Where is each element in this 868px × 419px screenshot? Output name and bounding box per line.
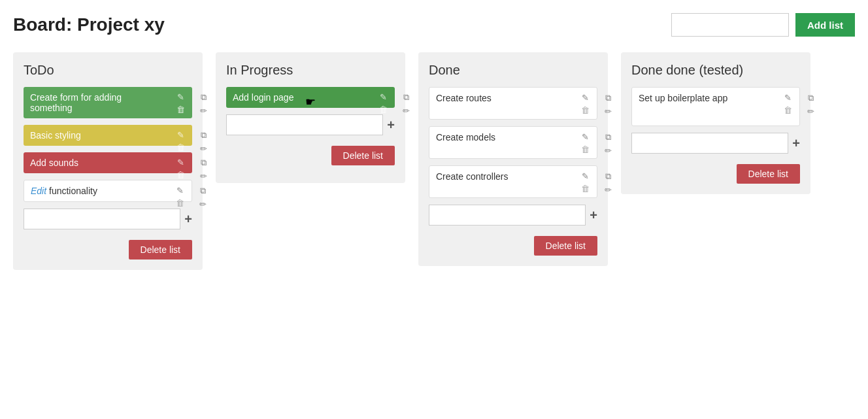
pencil-icon-btn[interactable]: ✏ — [198, 171, 209, 181]
trash-icon-btn[interactable]: 🗑 — [175, 105, 187, 114]
edit-icon-btn[interactable]: ✎ — [378, 92, 389, 102]
edit-icon-btn[interactable]: ✎ — [782, 93, 794, 103]
delete-list-button[interactable]: Delete list — [534, 236, 597, 256]
external-icon-btn[interactable]: ⧉ — [805, 93, 816, 103]
column-inprogress: In Progress Add login page ✎ 🗑 ☛ ⧉ ✏ + D… — [216, 52, 405, 183]
add-card-button[interactable]: + — [792, 136, 800, 151]
column-done: Done Create routes ✎ 🗑 ⧉ ✏ Create models… — [418, 52, 608, 266]
external-icon-btn[interactable]: ⧉ — [603, 93, 614, 103]
card-edit-functionality: Edit functionality ✎ 🗑 ⧉ ✏ — [24, 180, 192, 202]
trash-icon-btn[interactable]: 🗑 — [579, 184, 592, 193]
title-name: Project xy — [77, 14, 165, 35]
pencil-icon-btn[interactable]: ✏ — [805, 107, 816, 116]
column-inprogress-title: In Progress — [226, 63, 395, 78]
external-icon-btn[interactable]: ⧉ — [198, 158, 209, 167]
add-card-input[interactable] — [631, 133, 788, 154]
trash-icon-btn[interactable]: 🗑 — [579, 144, 592, 154]
trash-icon-btn[interactable]: 🗑 — [377, 105, 390, 114]
pencil-icon-btn[interactable]: ✏ — [603, 185, 614, 195]
card-create-controllers: Create controllers ✎ 🗑 ⧉ ✏ — [429, 165, 597, 198]
edit-icon-btn[interactable]: ✎ — [579, 93, 592, 103]
card-text: Edit functionality — [31, 186, 185, 196]
external-icon-btn[interactable]: ⧉ — [198, 130, 209, 140]
column-todo: ToDo Create form for adding something ✎ … — [13, 52, 203, 270]
add-card-input[interactable] — [429, 205, 586, 226]
add-list-button[interactable]: Add list — [795, 13, 855, 37]
card-create-routes: Create routes ✎ 🗑 ⧉ ✏ — [429, 87, 597, 120]
edit-icon-btn[interactable]: ✎ — [175, 158, 186, 167]
trash-icon-btn[interactable]: 🗑 — [782, 105, 794, 115]
card-create-form: Create form for adding something ✎ 🗑 ⧉ ✏ — [24, 87, 192, 118]
card-actions: ✎ 🗑 — [175, 158, 187, 180]
column-todo-title: ToDo — [24, 63, 192, 78]
column-donedone: Done done (tested) Set up boilerplate ap… — [621, 52, 810, 194]
external-icon-btn[interactable]: ⧉ — [603, 171, 614, 181]
card-text: Set up boilerplate app — [639, 93, 793, 103]
card-create-models: Create models ✎ 🗑 ⧉ ✏ — [429, 126, 597, 159]
column-done-title: Done — [429, 63, 597, 78]
edit-word: Edit — [31, 186, 46, 196]
card-text: Create controllers — [436, 171, 590, 182]
trash-icon-btn[interactable]: 🗑 — [174, 198, 186, 208]
delete-list-button[interactable]: Delete list — [129, 240, 192, 260]
card-basic-styling: Basic styling ✎ 🗑 ⧉ ✏ — [24, 125, 192, 146]
card-text: Create models — [436, 132, 590, 142]
add-card-input[interactable] — [226, 114, 383, 135]
boards-container: ToDo Create form for adding something ✎ … — [13, 52, 855, 270]
external-icon-btn[interactable]: ⧉ — [198, 92, 209, 102]
pencil-icon-btn[interactable]: ✏ — [603, 146, 614, 156]
add-card-row: + — [24, 209, 192, 229]
add-card-button[interactable]: + — [184, 212, 192, 227]
pencil-icon-btn[interactable]: ✏ — [197, 199, 209, 209]
external-icon-btn[interactable]: ⧉ — [603, 132, 614, 142]
trash-icon-btn[interactable]: 🗑 — [175, 170, 187, 180]
external-icon-btn[interactable]: ⧉ — [197, 186, 209, 195]
card-add-sounds: Add sounds ✎ 🗑 ⧉ ✏ — [24, 152, 192, 173]
card-text: Create form for adding something — [30, 92, 186, 113]
add-card-button[interactable]: + — [590, 208, 597, 223]
card-text: Add sounds — [30, 158, 186, 168]
card-actions: ✎ 🗑 — [377, 92, 390, 114]
add-card-input[interactable] — [24, 209, 180, 229]
delete-list-button[interactable]: Delete list — [737, 164, 800, 184]
add-card-row: + — [429, 205, 597, 226]
edit-icon-btn[interactable]: ✎ — [175, 92, 186, 102]
page-title: Board: Project xy — [13, 14, 165, 35]
add-card-row: + — [631, 133, 800, 154]
edit-icon-btn[interactable]: ✎ — [175, 130, 186, 140]
card-boilerplate: Set up boilerplate app ✎ 🗑 ⧉ ✏ — [631, 87, 800, 126]
new-list-input[interactable] — [671, 13, 789, 37]
card-add-login: Add login page ✎ 🗑 ☛ ⧉ ✏ — [226, 87, 395, 108]
card-text: Create routes — [436, 93, 590, 103]
pencil-icon-btn[interactable]: ✏ — [401, 106, 412, 116]
pencil-icon-btn[interactable]: ✏ — [198, 144, 209, 154]
trash-icon-btn[interactable]: 🗑 — [579, 105, 592, 115]
card-text: Basic styling — [30, 130, 186, 141]
card-text: Add login page — [233, 92, 388, 103]
card-actions: ✎ 🗑 — [175, 92, 187, 114]
column-donedone-title: Done done (tested) — [631, 63, 800, 78]
page-header: Board: Project xy Add list — [13, 13, 855, 37]
card-actions: ✎ 🗑 — [175, 130, 187, 152]
add-card-button[interactable]: + — [387, 118, 395, 133]
edit-icon-btn[interactable]: ✎ — [174, 186, 186, 195]
trash-icon-btn[interactable]: 🗑 — [175, 142, 187, 152]
header-actions: Add list — [671, 13, 855, 37]
pencil-icon-btn[interactable]: ✏ — [603, 107, 614, 116]
edit-icon-btn[interactable]: ✎ — [579, 171, 592, 181]
title-prefix: Board: — [13, 14, 77, 35]
card-text-rest: functionality — [49, 186, 97, 196]
edit-icon-btn[interactable]: ✎ — [579, 132, 592, 142]
delete-list-button[interactable]: Delete list — [331, 146, 395, 165]
pencil-icon-btn[interactable]: ✏ — [198, 106, 209, 116]
external-icon-btn[interactable]: ⧉ — [401, 92, 412, 102]
add-card-row: + — [226, 114, 395, 135]
